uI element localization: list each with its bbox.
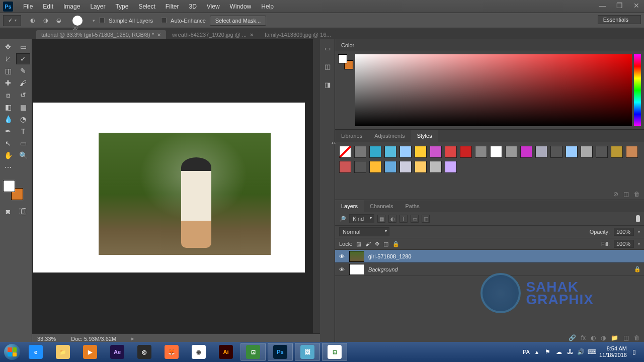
- language-indicator[interactable]: PA: [523, 349, 530, 355]
- quick-select-add-icon[interactable]: ◑: [41, 16, 51, 26]
- style-swatch[interactable]: [445, 146, 457, 158]
- crop-tool[interactable]: ◫: [1, 65, 15, 76]
- delete-layer-icon[interactable]: 🗑: [634, 334, 640, 341]
- layer-row[interactable]: 👁 Background 🔒: [335, 263, 644, 276]
- fill-dropdown-icon[interactable]: ▾: [638, 242, 640, 246]
- quick-selection-tool[interactable]: ✓: [16, 53, 30, 64]
- taskbar-photos[interactable]: 🖼: [295, 343, 320, 361]
- style-swatch[interactable]: [460, 146, 472, 158]
- lock-artboard-icon[interactable]: ◫: [383, 241, 388, 247]
- menu-filter[interactable]: Filter: [160, 0, 184, 13]
- filter-type-icon[interactable]: T: [399, 215, 408, 223]
- close-icon[interactable]: ✕: [250, 32, 254, 38]
- tray-cloud-icon[interactable]: ☁: [555, 348, 563, 356]
- style-swatch[interactable]: [415, 161, 427, 173]
- opacity-value[interactable]: 100%: [614, 228, 634, 236]
- tab-adjustments[interactable]: Adjustments: [368, 130, 411, 142]
- marquee-tool[interactable]: ▭: [16, 41, 30, 52]
- layer-thumbnail[interactable]: [349, 251, 364, 262]
- new-adjustment-icon[interactable]: ◑: [601, 334, 606, 341]
- taskbar-media[interactable]: ▶: [77, 343, 103, 361]
- layer-thumbnail[interactable]: [349, 264, 364, 275]
- taskbar-clock[interactable]: 8:54 AM 11/18/2016: [599, 345, 627, 358]
- menu-3d[interactable]: 3D: [184, 0, 201, 13]
- quick-mask-toggle[interactable]: ◙: [1, 206, 15, 217]
- filter-toggle[interactable]: [636, 215, 640, 222]
- filter-smart-icon[interactable]: ◫: [422, 215, 430, 223]
- menu-layer[interactable]: Layer: [85, 0, 110, 13]
- taskbar-chrome[interactable]: ◉: [186, 343, 211, 361]
- properties-panel-icon[interactable]: ◫: [323, 61, 333, 71]
- new-layer-icon[interactable]: ◫: [623, 334, 629, 341]
- rectangle-tool[interactable]: ▭: [16, 138, 30, 149]
- menu-help[interactable]: Help: [256, 0, 279, 13]
- panel-foreground-color[interactable]: [338, 54, 347, 63]
- color-panel-tab[interactable]: Color: [335, 39, 644, 51]
- taskbar-recorder[interactable]: ⊡: [322, 343, 347, 361]
- style-swatch[interactable]: [430, 146, 442, 158]
- layer-filter-kind[interactable]: Kind: [349, 214, 374, 223]
- no-style-icon[interactable]: ⊘: [613, 191, 618, 198]
- menu-view[interactable]: View: [202, 0, 225, 13]
- style-swatch[interactable]: [566, 146, 578, 158]
- menu-type[interactable]: Type: [110, 0, 133, 13]
- opacity-dropdown-icon[interactable]: ▾: [638, 230, 640, 234]
- history-brush-tool[interactable]: ↺: [16, 89, 30, 101]
- workspace-switcher[interactable]: Essentials: [598, 15, 641, 24]
- filter-search-icon[interactable]: 🔎: [339, 216, 346, 222]
- tab-styles[interactable]: Styles: [411, 130, 438, 142]
- color-panel-swatches[interactable]: [338, 54, 353, 69]
- document-tab[interactable]: family-1413309.jpg @ 16...: [260, 30, 336, 39]
- move-tool[interactable]: ✥: [1, 41, 15, 52]
- color-swatches[interactable]: [3, 180, 23, 200]
- tray-up-icon[interactable]: ▴: [533, 348, 541, 356]
- minimize-button[interactable]: —: [597, 0, 608, 11]
- menu-window[interactable]: Window: [225, 0, 257, 13]
- brush-tool[interactable]: 🖌: [16, 77, 30, 88]
- lasso-tool[interactable]: ⟀: [1, 53, 15, 64]
- brush-preview[interactable]: [72, 16, 83, 26]
- style-swatch[interactable]: [384, 146, 396, 158]
- style-swatch[interactable]: [535, 146, 547, 158]
- link-layers-icon[interactable]: 🔗: [569, 334, 576, 341]
- filter-pixel-icon[interactable]: ▦: [377, 215, 385, 223]
- quick-select-new-icon[interactable]: ◐: [28, 16, 38, 26]
- style-swatch[interactable]: [384, 161, 396, 173]
- taskbar-ai[interactable]: Ai: [213, 343, 238, 361]
- style-swatch[interactable]: [490, 146, 502, 158]
- style-swatch[interactable]: [475, 146, 487, 158]
- vertical-scrollbar[interactable]: [313, 39, 320, 333]
- clone-stamp-tool[interactable]: ⧈: [1, 89, 15, 101]
- layer-style-icon[interactable]: fx: [581, 334, 586, 341]
- lock-position-icon[interactable]: ✥: [375, 241, 379, 247]
- style-swatch[interactable]: [399, 161, 412, 173]
- screen-mode-toggle[interactable]: ⿴: [16, 206, 30, 217]
- taskbar-app[interactable]: ◎: [132, 343, 157, 361]
- zoom-tool[interactable]: 🔍: [16, 150, 30, 161]
- visibility-toggle[interactable]: 👁: [338, 266, 345, 273]
- layer-name[interactable]: Background: [368, 266, 398, 273]
- fill-value[interactable]: 100%: [614, 240, 634, 248]
- style-swatch[interactable]: [596, 146, 608, 158]
- tray-keyboard-icon[interactable]: ⌨: [588, 348, 596, 356]
- taskbar-ae[interactable]: Ae: [105, 343, 130, 361]
- filter-shape-icon[interactable]: ▭: [411, 215, 419, 223]
- blend-mode-dropdown[interactable]: Normal: [339, 227, 389, 236]
- pen-tool[interactable]: ✒: [1, 126, 15, 137]
- lock-transparency-icon[interactable]: ▨: [356, 241, 361, 247]
- canvas-viewport[interactable]: [33, 39, 312, 333]
- healing-brush-tool[interactable]: ✚: [1, 77, 15, 88]
- tray-volume-icon[interactable]: 🔊: [577, 348, 585, 356]
- select-and-mask-button[interactable]: Select and Mask...: [210, 16, 267, 26]
- gradient-tool[interactable]: ▦: [16, 102, 30, 113]
- style-swatch[interactable]: [626, 146, 638, 158]
- show-desktop[interactable]: ▯: [630, 348, 638, 356]
- style-swatch[interactable]: [339, 146, 351, 158]
- menu-edit[interactable]: Edit: [38, 0, 58, 13]
- taskbar-explorer[interactable]: 📁: [50, 343, 75, 361]
- new-style-icon[interactable]: ◫: [623, 191, 629, 198]
- taskbar-photoshop[interactable]: Ps: [268, 343, 293, 361]
- blur-tool[interactable]: 💧: [1, 114, 15, 125]
- layer-row[interactable]: 👁 girl-571808_1280: [335, 250, 644, 263]
- status-arrow-icon[interactable]: ▸: [131, 335, 134, 342]
